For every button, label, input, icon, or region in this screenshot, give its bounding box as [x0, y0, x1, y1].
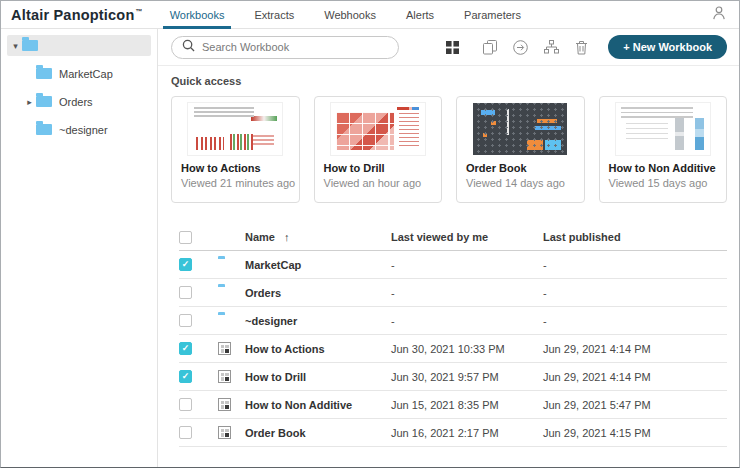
folder-icon	[36, 68, 52, 79]
row-last-published: Jun 29, 2021 4:14 PM	[543, 371, 727, 383]
select-all-checkbox[interactable]	[179, 231, 192, 244]
name-column-label: Name	[245, 231, 275, 243]
grid-view-icon[interactable]	[446, 41, 459, 54]
quick-access-cards: How to Actions Viewed 21 minutes ago How…	[171, 96, 727, 203]
row-last-viewed: -	[391, 259, 543, 271]
row-last-viewed: Jun 30, 2021 9:57 PM	[391, 371, 543, 383]
card-viewed-timestamp: Viewed an hour ago	[315, 174, 442, 189]
body: ▾MarketCap▸Orders~designer	[1, 29, 739, 467]
app-window: Altair Panopticon™ WorkbooksExtractsWebh…	[0, 0, 740, 468]
row-checkbox[interactable]	[179, 314, 192, 327]
folder-icon	[36, 96, 52, 107]
search-input[interactable]	[202, 41, 388, 53]
quick-access-section: Quick access How to Actions Viewed 21 mi…	[158, 66, 739, 203]
row-last-viewed: -	[391, 315, 543, 327]
tab-extracts[interactable]: Extracts	[254, 1, 294, 28]
quick-access-title: Quick access	[171, 75, 727, 87]
row-type-icon-cell	[218, 398, 245, 411]
row-checkbox[interactable]	[179, 398, 192, 411]
row-last-published: -	[543, 287, 727, 299]
card-thumbnail-wrap	[457, 97, 584, 161]
card-thumbnail-wrap	[172, 97, 299, 161]
new-workbook-button[interactable]: + New Workbook	[608, 35, 727, 59]
table-row-designer[interactable]: ~designer - -	[179, 307, 727, 335]
folder-label: MarketCap	[59, 68, 113, 80]
card-viewed-timestamp: Viewed 14 days ago	[457, 174, 584, 189]
column-header-name[interactable]: Name ↑	[245, 231, 391, 243]
caret-right-icon[interactable]: ▸	[23, 97, 36, 107]
workbook-icon	[218, 426, 231, 439]
table-row-marketcap[interactable]: MarketCap - -	[179, 251, 727, 279]
sidebar-item-marketcap[interactable]: MarketCap	[21, 63, 151, 84]
card-viewed-timestamp: Viewed 15 days ago	[600, 174, 727, 189]
row-type-icon-cell	[218, 342, 245, 355]
column-header-last-published[interactable]: Last published	[543, 231, 727, 243]
search-box[interactable]	[171, 36, 399, 59]
row-name: Orders	[245, 287, 391, 299]
folder-icon	[22, 40, 38, 51]
trash-icon[interactable]	[575, 40, 588, 55]
row-name: Order Book	[245, 427, 391, 439]
row-last-viewed: Jun 16, 2021 2:17 PM	[391, 427, 543, 439]
row-last-published: Jun 29, 2021 4:14 PM	[543, 343, 727, 355]
workbook-icon	[218, 342, 231, 355]
row-name: MarketCap	[245, 259, 391, 271]
row-last-viewed: -	[391, 287, 543, 299]
copy-icon[interactable]	[483, 40, 497, 55]
workbook-table: Name ↑ Last viewed by me Last published …	[179, 224, 727, 447]
table-row-orders[interactable]: Orders - -	[179, 279, 727, 307]
sidebar: ▾MarketCap▸Orders~designer	[1, 29, 158, 467]
workbook-thumbnail	[616, 103, 710, 155]
caret-down-icon[interactable]: ▾	[9, 41, 22, 51]
card-viewed-timestamp: Viewed 21 minutes ago	[172, 174, 299, 189]
row-name: ~designer	[245, 315, 391, 327]
main-panel: + New Workbook Quick access How to Actio…	[158, 29, 739, 467]
toolbar: + New Workbook	[158, 29, 739, 66]
card-thumbnail-wrap	[315, 97, 442, 161]
workbook-card-how-to-non-additive[interactable]: How to Non Additive Viewed 15 days ago	[599, 96, 728, 203]
tab-webhooks[interactable]: Webhooks	[324, 1, 376, 28]
nav-tabs: WorkbooksExtractsWebhooksAlertsParameter…	[155, 1, 536, 28]
table-body: MarketCap - - Orders - - ~designer - - H…	[179, 251, 727, 447]
row-checkbox[interactable]	[179, 370, 192, 383]
card-title: How to Non Additive	[600, 161, 727, 174]
card-title: How to Drill	[315, 161, 442, 174]
tab-workbooks[interactable]: Workbooks	[170, 1, 225, 28]
row-checkbox[interactable]	[179, 286, 192, 299]
hierarchy-icon[interactable]	[544, 40, 559, 54]
tab-parameters[interactable]: Parameters	[464, 1, 521, 28]
workbook-card-how-to-actions[interactable]: How to Actions Viewed 21 minutes ago	[171, 96, 300, 203]
row-checkbox[interactable]	[179, 426, 192, 439]
card-title: Order Book	[457, 161, 584, 174]
workbook-card-how-to-drill[interactable]: How to Drill Viewed an hour ago	[314, 96, 443, 203]
row-last-viewed: Jun 15, 2021 8:35 PM	[391, 399, 543, 411]
sidebar-item-designer[interactable]: ~designer	[21, 119, 151, 140]
workbook-thumbnail	[473, 103, 567, 155]
row-type-icon-cell	[218, 259, 245, 271]
row-type-icon-cell	[218, 287, 245, 299]
sort-ascending-icon: ↑	[284, 231, 290, 243]
workbook-card-order-book[interactable]: Order Book Viewed 14 days ago	[456, 96, 585, 203]
sidebar-item-orders[interactable]: ▸Orders	[21, 91, 151, 112]
app-logo: Altair Panopticon™	[1, 1, 155, 28]
search-icon	[182, 38, 195, 56]
table-row-order-book[interactable]: Order Book Jun 16, 2021 2:17 PM Jun 29, …	[179, 419, 727, 447]
move-icon[interactable]	[513, 40, 528, 55]
toolbar-icons	[446, 40, 588, 55]
user-account-button[interactable]	[699, 1, 739, 28]
workbook-thumbnail	[331, 103, 425, 155]
row-name: How to Actions	[245, 343, 391, 355]
app-logo-text: Altair Panopticon	[11, 7, 134, 23]
column-header-last-viewed[interactable]: Last viewed by me	[391, 231, 543, 243]
tab-alerts[interactable]: Alerts	[406, 1, 434, 28]
row-checkbox[interactable]	[179, 258, 192, 271]
card-thumbnail-wrap	[600, 97, 727, 161]
table-row-how-to-actions[interactable]: How to Actions Jun 30, 2021 10:33 PM Jun…	[179, 335, 727, 363]
table-row-how-to-non-additive[interactable]: How to Non Additive Jun 15, 2021 8:35 PM…	[179, 391, 727, 419]
row-checkbox[interactable]	[179, 342, 192, 355]
row-name: How to Drill	[245, 371, 391, 383]
table-row-how-to-drill[interactable]: How to Drill Jun 30, 2021 9:57 PM Jun 29…	[179, 363, 727, 391]
sidebar-item-root[interactable]: ▾	[7, 35, 151, 56]
folder-tree: ▾MarketCap▸Orders~designer	[1, 35, 157, 140]
row-last-viewed: Jun 30, 2021 10:33 PM	[391, 343, 543, 355]
